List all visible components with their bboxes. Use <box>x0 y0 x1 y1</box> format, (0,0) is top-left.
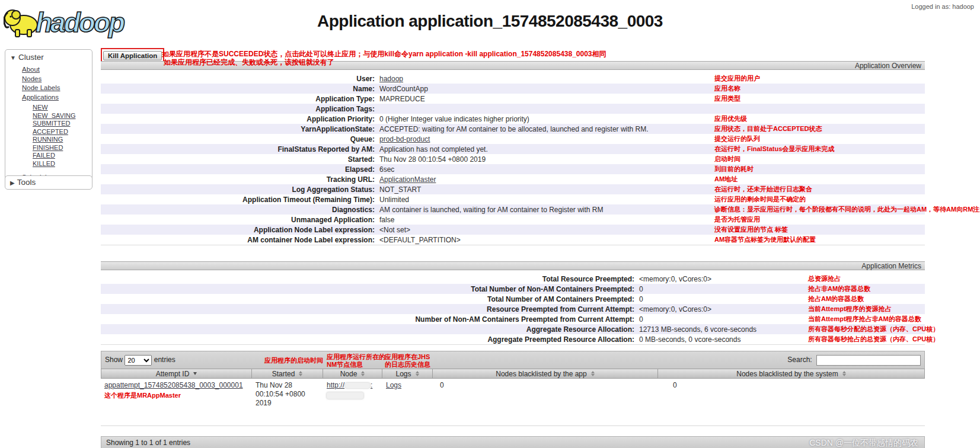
kill-application-button[interactable]: Kill Application <box>103 51 162 60</box>
blacklist-system-count: 0 <box>658 379 925 409</box>
page-size-control: Show 20 entries <box>105 355 175 366</box>
table-row: Unmanaged Application: false 是否为托管应用 <box>101 215 925 225</box>
field-label: Application Timeout (Remaining Time): <box>101 196 379 204</box>
sidebar-link[interactable]: Applications <box>22 94 59 101</box>
search-control: Search: <box>787 355 921 366</box>
sidebar-state-link[interactable]: NEW_SAVING <box>33 112 76 119</box>
table-row: appattempt_1574852085438_0003_000001 这个程… <box>101 379 925 409</box>
field-label: Application Priority: <box>101 115 379 123</box>
annotation-note: 启动时间 <box>714 155 740 164</box>
sidebar-tools-box: ▶Tools <box>5 175 92 190</box>
annotation-note: 应用优先级 <box>714 114 747 123</box>
table-row: Application Tags: <box>101 104 925 114</box>
showing-entries-text: Showing 1 to 1 of 1 entries <box>106 437 190 448</box>
table-row: Total Resource Preempted: <memory:0, vCo… <box>101 274 925 284</box>
field-value: MAPREDUCE <box>379 95 425 103</box>
field-label: Aggregate Resource Allocation: <box>101 325 639 334</box>
column-header[interactable]: Node <box>323 369 382 379</box>
logs-link[interactable]: Logs <box>386 381 401 389</box>
field-value[interactable]: hadoop <box>379 75 403 83</box>
sidebar-state-link[interactable]: NEW <box>33 104 48 111</box>
sidebar-link[interactable]: Nodes <box>22 75 42 82</box>
column-header[interactable]: Nodes blacklisted by the system <box>658 369 925 379</box>
annotation-note: 应用程序在JHS的日志历史信息 <box>385 353 430 368</box>
annotation-note: 提交运行的队列 <box>714 135 760 143</box>
field-label: Aggregate Preempted Resource Allocation: <box>101 335 639 344</box>
field-value: <Not set> <box>379 226 410 234</box>
field-label: Started: <box>101 155 379 164</box>
sidebar-section-cluster[interactable]: ▼Cluster <box>10 53 88 62</box>
table-row: Application Priority: 0 (Higher Integer … <box>101 114 925 124</box>
annotation-note: 当前Attempt程序的资源抢占 <box>808 305 892 313</box>
search-label: Search: <box>787 356 812 364</box>
attempt-node-cell: http://: <box>323 379 382 409</box>
list-item: SUBMITTED <box>33 119 88 127</box>
field-value[interactable]: ApplicationMaster <box>379 175 436 184</box>
column-header[interactable]: Attempt ID <box>101 369 252 379</box>
field-value: ACCEPTED: waiting for AM container to be… <box>379 125 649 133</box>
field-value: Application has not completed yet. <box>379 145 488 153</box>
annotation-note: 到目前的耗时 <box>714 165 754 174</box>
attempts-table-header: Attempt ID Started Node Logs <box>101 369 925 379</box>
list-item: FAILED <box>33 151 88 159</box>
field-label: Elapsed: <box>101 165 379 174</box>
table-row: Application Timeout (Remaining Time): Un… <box>101 194 925 204</box>
caret-right-icon: ▶ <box>10 180 15 186</box>
column-header[interactable]: Nodes blacklisted by the app <box>433 369 658 379</box>
annotation-note: 应用程序运行所在的NM节点信息 <box>327 353 385 368</box>
sidebar-state-link[interactable]: FAILED <box>33 152 55 159</box>
annotation-note: 没有设置应用的节点 标签 <box>714 225 788 234</box>
table-row: Aggregate Preempted Resource Allocation:… <box>101 334 925 344</box>
field-value[interactable]: prod-bd-product <box>379 135 430 143</box>
list-item: ACCEPTED <box>33 127 88 136</box>
list-item: NEW_SAVING <box>33 111 88 120</box>
sidebar-state-link[interactable]: RUNNING <box>33 136 63 143</box>
attempt-id-link[interactable]: appattempt_1574852085438_0003_000001 <box>104 381 243 389</box>
page-size-select[interactable]: 20 <box>125 355 152 366</box>
table-row: Queue: prod-bd-product 提交运行的队列 <box>101 134 925 144</box>
list-item: Node Labels <box>22 83 88 92</box>
field-label: Application Tags: <box>101 105 379 113</box>
sort-icon <box>361 371 365 376</box>
field-value: NOT_START <box>379 185 421 194</box>
show-label: Show <box>105 356 123 364</box>
field-value: <DEFAULT_PARTITION> <box>379 236 461 244</box>
column-header[interactable]: Started <box>252 369 323 379</box>
main-content: Kill Application 如果应用程序不是SUCCEEDED状态，点击此… <box>101 49 925 61</box>
sidebar-state-link[interactable]: ACCEPTED <box>33 128 68 135</box>
attempts-table-section: Show 20 entries 应用程序的启动时间 应用程序运行所在的NM节点信… <box>101 351 925 448</box>
field-label: Unmanaged Application: <box>101 216 379 224</box>
annotation-note: 应用状态，目前处于ACCEPTED状态 <box>714 124 822 133</box>
table-row: Name: WordCountApp 应用名称 <box>101 84 925 94</box>
node-link[interactable]: http://: <box>327 381 372 389</box>
field-label: Total Number of Non-AM Containers Preemp… <box>101 285 639 293</box>
table-footer: Showing 1 to 1 of 1 entries CSDN @一位不带感情… <box>101 436 925 448</box>
field-value: AM container is launched, waiting for AM… <box>379 206 604 214</box>
table-row: Application Node Label expression: <Not … <box>101 225 925 235</box>
annotation-note: 抢占非AM的容器总数 <box>808 284 870 293</box>
sidebar-state-link[interactable]: KILLED <box>33 160 55 167</box>
logged-in-as: Logged in as: hadoop <box>911 3 974 10</box>
sidebar-state-link[interactable]: FINISHED <box>33 144 63 151</box>
column-label: Node <box>340 370 357 378</box>
annotation-note: 如果应用程序已经完成、失败或杀死，该按钮就没有了 <box>164 57 334 68</box>
table-row: FinalStatus Reported by AM: Application … <box>101 144 925 154</box>
table-row: Resource Preempted from Current Attempt:… <box>101 304 925 314</box>
sidebar-link[interactable]: About <box>22 66 40 73</box>
column-header[interactable]: Logs <box>382 369 433 379</box>
annotation-note: 诊断信息：显示应用运行时，每个阶段都有不同的说明，此处为一起动AM，等待AM向R… <box>714 205 980 214</box>
annotation-note: 所有容器每秒抢占的总资源（内存、CPU核） <box>808 335 939 344</box>
sidebar-section-tools[interactable]: ▶Tools <box>10 178 88 187</box>
table-row: Number of Non-AM Containers Preempted fr… <box>101 314 925 324</box>
sidebar-link[interactable]: Node Labels <box>22 84 60 91</box>
search-input[interactable] <box>816 355 921 366</box>
annotation-note: 在运行时，FinalStatus会显示应用未完成 <box>714 145 834 153</box>
sidebar-state-link[interactable]: SUBMITTED <box>33 120 71 127</box>
column-label: Started <box>272 370 295 378</box>
table-row: Tracking URL: ApplicationMaster AM地址 <box>101 174 925 184</box>
field-value: WordCountApp <box>379 85 428 93</box>
field-label: FinalStatus Reported by AM: <box>101 145 379 153</box>
annotation-note: 当前Attempt程序抢占非AM的容器总数 <box>808 315 921 324</box>
application-state-links: NEWNEW_SAVINGSUBMITTEDACCEPTEDRUNNINGFIN… <box>33 103 88 167</box>
annotation-note: 是否为托管应用 <box>714 215 760 224</box>
